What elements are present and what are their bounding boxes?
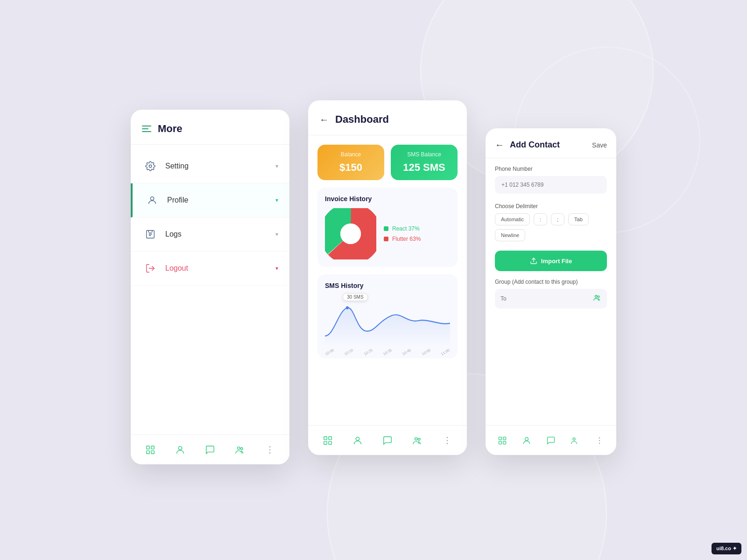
legend-dot-flutter	[384, 237, 388, 241]
delimiter-semicolon[interactable]: ;	[551, 213, 564, 225]
back-arrow-contact[interactable]: ←	[495, 140, 504, 150]
invoice-title: Invoice History	[325, 195, 450, 203]
svg-rect-20	[324, 441, 327, 444]
contact-title: Add Contact	[510, 140, 560, 150]
group-field-group: Group (Add contact to this group)	[495, 279, 607, 308]
profile-chevron: ▾	[275, 197, 278, 203]
svg-point-0	[149, 165, 152, 168]
delimiter-automatic[interactable]: Automatic	[495, 213, 530, 225]
delimiter-options: Automatic : ; Tab Newline	[495, 213, 607, 241]
svg-rect-18	[324, 436, 327, 439]
svg-point-26	[447, 440, 448, 441]
svg-point-1	[150, 197, 154, 200]
svg-rect-5	[151, 446, 154, 448]
gear-icon	[142, 158, 159, 175]
nav-more-dots[interactable]	[261, 441, 279, 459]
profile-icon	[144, 192, 161, 209]
menu-item-setting[interactable]: Setting ▾	[131, 149, 289, 183]
group-input-row	[495, 289, 607, 308]
menu-item-profile[interactable]: Profile ▾	[131, 183, 289, 217]
screens-container: More Setting ▾	[131, 110, 616, 464]
hamburger-icon[interactable]	[142, 126, 151, 132]
nav-grid-contact[interactable]	[494, 432, 511, 449]
sms-section: SMS History 30 SMS	[317, 274, 458, 358]
svg-point-8	[178, 446, 182, 449]
x-label-4: 10:35	[382, 348, 393, 357]
svg-point-22	[356, 437, 359, 440]
svg-point-11	[269, 446, 271, 448]
screen-contact: ← Add Contact Save Phone Number Choose D…	[486, 128, 616, 455]
bottom-nav-contact	[486, 425, 616, 455]
nav-person[interactable]	[171, 441, 189, 459]
svg-rect-31	[499, 437, 502, 440]
nav-grid-dash[interactable]	[319, 432, 337, 449]
delimiter-label: Choose Delimiter	[495, 203, 607, 210]
x-axis: 10:00 10:10 10:25 10:35 10:45 10:50 11:0…	[325, 348, 450, 354]
line-chart	[325, 295, 450, 346]
delimiter-tab[interactable]: Tab	[568, 213, 589, 225]
svg-point-35	[525, 437, 529, 441]
svg-rect-6	[147, 450, 149, 453]
balance-card: Balance $150	[317, 145, 384, 180]
sms-balance-label: SMS Balance	[398, 151, 450, 158]
legend-flutter-label: Flutter 63%	[392, 236, 421, 242]
svg-rect-4	[147, 446, 149, 448]
nav-group[interactable]	[231, 441, 249, 459]
dashboard-header: ← Dashboard	[308, 100, 467, 135]
legend-dot-react	[384, 226, 388, 231]
back-arrow-dashboard[interactable]: ←	[319, 114, 329, 125]
import-file-button[interactable]: Import File	[495, 251, 607, 271]
nav-group-dash[interactable]	[409, 432, 426, 449]
invoice-section: Invoice History React 37% Fl	[317, 188, 458, 267]
group-input[interactable]	[500, 295, 593, 302]
import-label: Import File	[541, 258, 572, 265]
import-icon	[530, 257, 537, 265]
x-label-3: 10:25	[363, 348, 374, 357]
sms-balance-card: SMS Balance 125 SMS	[391, 145, 458, 180]
svg-point-12	[269, 449, 271, 450]
x-label-5: 10:45	[402, 348, 412, 357]
logout-chevron: ▾	[275, 265, 278, 272]
svg-point-24	[418, 438, 420, 440]
svg-rect-7	[151, 450, 154, 453]
save-button[interactable]: Save	[592, 141, 607, 149]
contact-body: Phone Number Choose Delimiter Automatic …	[486, 158, 616, 325]
menu-list: Setting ▾ Profile ▾	[131, 145, 289, 290]
setting-chevron: ▾	[275, 163, 278, 169]
screen-dashboard: ← Dashboard Balance $150 SMS Balance 125…	[308, 100, 467, 455]
svg-point-37	[599, 437, 600, 438]
more-header: More	[131, 110, 289, 145]
nav-person-dash[interactable]	[349, 432, 366, 449]
nav-grid[interactable]	[141, 441, 159, 459]
sms-chart: 30 SMS 10:00	[325, 295, 450, 351]
phone-number-label: Phone Number	[495, 166, 607, 172]
phone-number-input[interactable]	[495, 176, 607, 194]
nav-more-contact[interactable]	[591, 432, 608, 449]
bottom-nav-dashboard	[308, 425, 467, 455]
svg-rect-34	[503, 441, 506, 444]
svg-point-30	[598, 296, 599, 298]
menu-item-logout[interactable]: Logout ▾	[131, 252, 289, 286]
delimiter-newline[interactable]: Newline	[495, 229, 525, 241]
profile-label: Profile	[167, 196, 275, 204]
logout-icon	[142, 260, 159, 277]
sms-title: SMS History	[325, 282, 450, 289]
nav-more-dash[interactable]	[438, 432, 456, 449]
delimiter-colon[interactable]: :	[534, 213, 547, 225]
legend-react-label: React 37%	[392, 225, 420, 232]
nav-chat[interactable]	[201, 441, 219, 459]
nav-chat-contact[interactable]	[543, 432, 559, 449]
nav-chat-dash[interactable]	[379, 432, 396, 449]
x-label-7: 11:00	[440, 348, 451, 357]
svg-point-9	[238, 447, 240, 449]
screen-more: More Setting ▾	[131, 110, 289, 464]
menu-item-logs[interactable]: Logs ▾	[131, 217, 289, 252]
more-title: More	[158, 123, 183, 135]
svg-rect-21	[329, 441, 331, 444]
group-person-icon	[593, 294, 601, 304]
nav-group-contact[interactable]	[567, 432, 584, 449]
svg-rect-32	[503, 437, 506, 440]
nav-person-contact[interactable]	[518, 432, 535, 449]
balance-label: Balance	[325, 151, 377, 158]
balance-cards: Balance $150 SMS Balance 125 SMS	[308, 135, 467, 188]
